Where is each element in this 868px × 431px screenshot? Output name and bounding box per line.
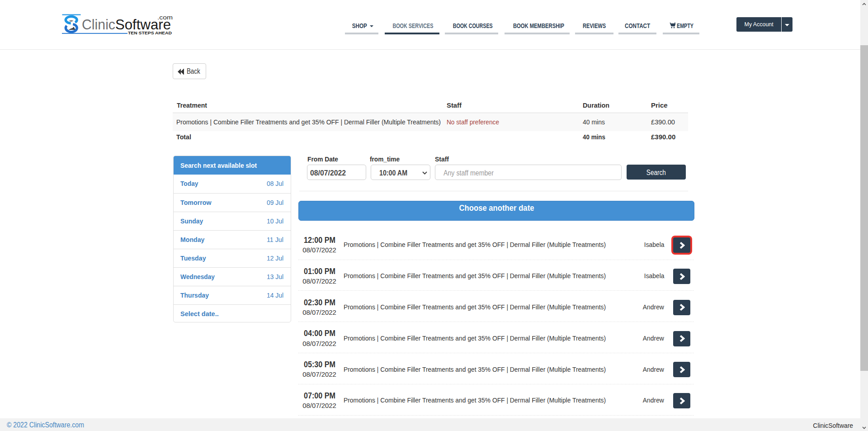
svg-text:.com: .com <box>157 14 173 21</box>
svg-text:TEN STEPS AHEAD: TEN STEPS AHEAD <box>128 31 172 35</box>
svg-text:Clinic: Clinic <box>82 16 115 33</box>
